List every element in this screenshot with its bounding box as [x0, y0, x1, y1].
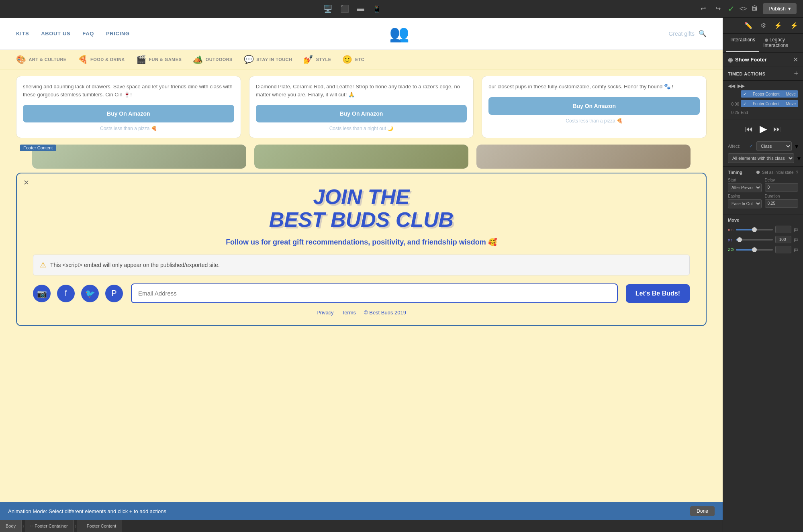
email-input[interactable]	[131, 283, 618, 303]
toolbar-right: ↩ ↪ ✓ <> 🏛 Publish ▾	[698, 3, 797, 14]
tab-legacy[interactable]: Legacy Interactions	[759, 34, 800, 52]
timeline-row-1: ✓ Footer Content Move	[728, 90, 798, 98]
footer-modal: ✕ JOIN THE BEST BUDS CLUB Follow us for …	[16, 173, 707, 326]
social-icons: 📷 f 🐦 P	[33, 285, 123, 302]
breadcrumb-footer-content[interactable]: □ Footer Content	[77, 520, 122, 532]
category-food[interactable]: 🍕 FOOD & DRINK	[78, 55, 125, 64]
timeline-block-check-2: ✓	[743, 102, 746, 106]
tab-interactions[interactable]: Interactions	[726, 34, 759, 52]
timing-delay-input[interactable]	[765, 183, 799, 192]
category-touch[interactable]: 💬 STAY IN TOUCH	[244, 55, 292, 64]
timing-easing-label: Easing	[728, 194, 762, 198]
affect-section: Affect: ✓ Class ▾ All elements with this…	[723, 138, 803, 167]
publish-label: Publish	[768, 6, 786, 12]
add-action-button[interactable]: +	[794, 69, 798, 78]
site-nav: KITS ABOUT US FAQ PRICING 👥 Great gifts …	[0, 18, 723, 50]
modal-title-line1: JOIN THE	[313, 185, 410, 208]
category-games[interactable]: 🎬 FUN & GAMES	[136, 55, 182, 64]
privacy-link[interactable]: Privacy	[317, 310, 334, 316]
y-value-input[interactable]	[775, 236, 791, 243]
affect-label: Affect:	[728, 144, 746, 149]
panel-section-header: ◉ Show Footer ✕	[723, 53, 803, 67]
terms-link[interactable]: Terms	[342, 310, 356, 316]
timing-section: Timing Set as initial state ? Start Afte…	[723, 167, 803, 214]
x-value-input[interactable]	[775, 226, 791, 233]
playback-controls: ⏮ ▶ ⏭	[723, 120, 803, 138]
category-etc[interactable]: 🙂 ETC	[342, 55, 364, 64]
product-card-img-3	[476, 145, 691, 169]
cms-icon[interactable]: 🏛	[752, 5, 758, 12]
timing-easing-select[interactable]: Ease In Out	[728, 199, 762, 208]
category-outdoors[interactable]: 🏕️ OUTDOORS	[193, 55, 233, 64]
section-title: ◉ Show Footer	[728, 57, 767, 63]
tablet-landscape-icon[interactable]: ⬛	[339, 3, 351, 15]
settings-icon[interactable]: ⚙	[760, 22, 766, 29]
lightning-icon[interactable]: ⚡	[774, 22, 782, 29]
join-button[interactable]: Let's Be Buds!	[626, 284, 690, 303]
modal-bottom: 📷 f 🐦 P Let's Be Buds!	[33, 283, 690, 303]
move-row-y: y↕ px	[728, 236, 798, 243]
z-slider-thumb[interactable]	[752, 247, 757, 252]
skip-back-button[interactable]: ⏮	[745, 124, 753, 134]
publish-button[interactable]: Publish ▾	[763, 3, 797, 14]
timeline-block-2[interactable]: ✓ Footer Content Move	[741, 100, 798, 107]
breadcrumb-body[interactable]: Body	[0, 520, 22, 532]
nav-link-pricing[interactable]: PRICING	[106, 31, 130, 37]
timeline-block-1[interactable]: ✓ Footer Content Move	[741, 90, 798, 98]
facebook-icon[interactable]: f	[57, 285, 75, 302]
desktop-device-icon[interactable]: 🖥️	[322, 3, 334, 15]
bolt-icon[interactable]: ⚡	[790, 22, 798, 29]
z-unit-label: px	[794, 247, 798, 252]
search-icon[interactable]: 🔍	[699, 30, 707, 37]
food-emoji: 🍕	[78, 55, 88, 64]
product-card-1: shelving and daunting lack of drawers. S…	[16, 76, 241, 138]
code-icon[interactable]: <>	[740, 5, 747, 12]
website-preview: KITS ABOUT US FAQ PRICING 👥 Great gifts …	[0, 18, 723, 502]
redo-button[interactable]: ↪	[713, 3, 723, 14]
buy-button-1[interactable]: Buy On Amazon	[23, 105, 234, 122]
affect-all-elements-select[interactable]: All elements with this class	[728, 153, 794, 163]
x-slider-track[interactable]	[736, 229, 773, 230]
timeline-end-label: End	[741, 110, 748, 116]
art-label: ART & CULTURE	[29, 57, 66, 62]
undo-button[interactable]: ↩	[698, 3, 708, 14]
category-art[interactable]: 🎨 ART & CULTURE	[16, 55, 67, 64]
section-close-button[interactable]: ✕	[793, 56, 798, 63]
mobile-icon[interactable]: 📱	[371, 3, 383, 15]
timing-start-label: Start	[728, 178, 762, 182]
nav-link-about[interactable]: ABOUT US	[41, 31, 70, 37]
y-slider-thumb[interactable]	[737, 237, 742, 242]
category-bar: 🎨 ART & CULTURE 🍕 FOOD & DRINK 🎬 FUN & G…	[0, 50, 723, 69]
timing-duration-input[interactable]	[765, 199, 799, 208]
breadcrumb-footer-container[interactable]: □ Footer Container	[25, 520, 74, 532]
affect-value-row: All elements with this class ▾	[728, 153, 798, 163]
pinterest-icon[interactable]: P	[105, 285, 123, 302]
breadcrumb-footer-content-label: Footer Content	[87, 524, 116, 528]
timeline-back-icon[interactable]: ◀◀	[728, 83, 735, 89]
nav-link-kits[interactable]: KITS	[16, 31, 29, 37]
timeline-fwd-icon[interactable]: ▶▶	[738, 83, 745, 89]
buy-button-2[interactable]: Buy On Amazon	[256, 105, 467, 122]
affect-class-select[interactable]: Class	[756, 141, 792, 151]
buy-button-3[interactable]: Buy On Amazon	[488, 97, 700, 115]
y-unit-label: px	[794, 237, 798, 242]
category-style[interactable]: 💅 STYLE	[303, 55, 331, 64]
cursor-icon[interactable]: ✏️	[744, 22, 752, 29]
z-value-input[interactable]	[775, 246, 791, 253]
nav-link-faq[interactable]: FAQ	[82, 31, 94, 37]
z-slider-track[interactable]	[736, 249, 773, 251]
instagram-icon[interactable]: 📷	[33, 285, 51, 302]
x-slider-thumb[interactable]	[752, 227, 757, 232]
y-slider-track[interactable]	[736, 239, 773, 241]
tab-dot	[765, 39, 768, 42]
done-button[interactable]: Done	[690, 506, 715, 516]
toolbar-center: 🖥️ ⬛ ▬ 📱	[322, 3, 383, 15]
skip-forward-button[interactable]: ⏭	[773, 124, 781, 134]
twitter-icon[interactable]: 🐦	[81, 285, 99, 302]
modal-close-button[interactable]: ✕	[23, 178, 29, 187]
modal-title-line2: BEST BUDS CLUB	[269, 208, 454, 231]
breadcrumb-sep-1: ›	[22, 523, 25, 529]
tablet-portrait-icon[interactable]: ▬	[356, 3, 366, 14]
play-button[interactable]: ▶	[760, 123, 767, 135]
timing-start-select[interactable]: After Previous Action	[728, 183, 762, 192]
